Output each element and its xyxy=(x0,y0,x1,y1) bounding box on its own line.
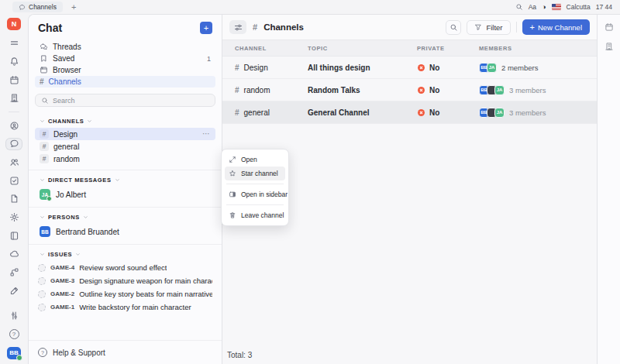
issues-section-header[interactable]: ISSUES xyxy=(35,248,215,261)
right-rail xyxy=(597,15,620,364)
avatar: JA xyxy=(494,108,505,118)
filter-label: Filter xyxy=(486,23,502,32)
new-tab-button[interactable]: + xyxy=(69,3,78,12)
section-label: CHANNELS xyxy=(48,118,84,125)
filter-button[interactable]: Filter xyxy=(467,20,510,35)
planner-button[interactable] xyxy=(6,74,22,86)
timezone-label[interactable]: Calcutta xyxy=(567,3,591,11)
pencil-icon xyxy=(9,286,19,296)
issue-item[interactable]: GAME-3 Design signature weapon for main … xyxy=(35,274,215,287)
column-header-channel[interactable]: CHANNEL xyxy=(235,45,308,52)
topic-cell: Random Talks xyxy=(308,86,417,94)
clock-label: 17 44 xyxy=(596,3,612,11)
settings-button[interactable] xyxy=(6,310,22,321)
issue-item[interactable]: GAME-1 Write backstory for main characte… xyxy=(35,300,215,314)
dm-item-jo-albert[interactable]: JA Jo Albert xyxy=(35,187,215,202)
chevron-down-icon xyxy=(75,252,81,257)
sidebar-item-channels[interactable]: # Channels xyxy=(35,76,215,88)
dm-section-header[interactable]: DIRECT MESSAGES xyxy=(35,173,215,187)
members-count: 2 members xyxy=(501,64,539,72)
sidebar-item-saved[interactable]: Saved 1 xyxy=(35,53,215,64)
wiki-button[interactable] xyxy=(6,230,22,242)
column-header-members[interactable]: MEMBERS xyxy=(479,45,597,52)
menu-divider xyxy=(226,184,284,184)
theme-button[interactable] xyxy=(6,211,22,223)
table-row-random[interactable]: #random Random Talks No BB JA 3 members xyxy=(222,79,597,101)
process-button[interactable] xyxy=(6,266,22,278)
workspace-tab[interactable]: Channels xyxy=(12,2,63,12)
channel-item-random[interactable]: # random xyxy=(35,153,215,165)
sidebar-item-browser[interactable]: Browser xyxy=(35,64,215,76)
office-icon[interactable] xyxy=(604,42,614,51)
theme-toggle-icon[interactable]: ◑ xyxy=(542,3,546,11)
hash-icon: # xyxy=(40,77,44,86)
channel-name: random xyxy=(53,155,80,163)
new-channel-label: New Channel xyxy=(538,23,582,32)
notifications-button[interactable] xyxy=(6,56,22,67)
main-menu-button[interactable] xyxy=(6,37,22,49)
search-icon xyxy=(450,23,458,32)
column-header-private[interactable]: PRIVATE xyxy=(417,45,479,52)
sidebar-search[interactable] xyxy=(35,94,215,107)
channel-item-design[interactable]: # Design ⋯ xyxy=(35,128,215,140)
persons-section-header[interactable]: PERSONS xyxy=(35,211,215,224)
table-search-button[interactable] xyxy=(446,20,461,35)
issues-section: ISSUES GAME-4 Review sword sound effect … xyxy=(29,244,222,318)
user-avatar[interactable]: BB xyxy=(7,347,21,359)
new-channel-button[interactable]: + New Channel xyxy=(522,19,590,35)
issue-status-icon xyxy=(38,304,46,311)
calendar-icon[interactable] xyxy=(604,22,614,32)
help-support-button[interactable]: ? Help & Support xyxy=(29,340,222,364)
help-button[interactable]: ? xyxy=(6,328,22,340)
new-chat-button[interactable]: + xyxy=(200,22,212,34)
issue-title: Design signature weapon for main charact… xyxy=(79,276,212,285)
workspace-logo[interactable]: N xyxy=(7,18,21,30)
question-icon: ? xyxy=(9,329,19,339)
font-size-control[interactable]: Aa xyxy=(529,3,536,11)
chat-sidebar: Chat + Threads Saved 1 Browser # xyxy=(29,15,222,364)
private-cell: No xyxy=(429,108,439,117)
chat-button[interactable] xyxy=(6,139,22,150)
person-item-bertrand[interactable]: BB Bertrand Bruandet xyxy=(35,224,215,239)
chevron-down-icon xyxy=(40,118,45,124)
notebook-icon xyxy=(9,231,19,241)
issue-item[interactable]: GAME-4 Review sword sound effect xyxy=(35,261,215,274)
menu-item-open-in-sidebar[interactable]: Open in sidebar xyxy=(225,187,285,201)
office-button[interactable] xyxy=(6,92,22,104)
column-header-topic[interactable]: TOPIC xyxy=(308,45,417,52)
menu-item-open[interactable]: Open xyxy=(225,153,285,167)
global-search-icon[interactable] xyxy=(515,3,523,11)
channels-section-header[interactable]: CHANNELS xyxy=(35,115,215,128)
tracker-button[interactable] xyxy=(6,175,22,187)
channel-cell: general xyxy=(244,108,270,117)
documents-button[interactable] xyxy=(6,194,22,205)
page-title: Channels xyxy=(264,22,304,32)
expand-icon xyxy=(229,156,236,163)
search-input[interactable] xyxy=(53,97,209,105)
calendar-icon xyxy=(9,75,19,85)
drive-button[interactable] xyxy=(6,248,22,259)
menu-item-star-channel[interactable]: Star channel xyxy=(225,167,285,180)
issue-item[interactable]: GAME-2 Outline key story beats for main … xyxy=(35,287,215,300)
hash-icon: # xyxy=(40,142,49,151)
contacts-button[interactable] xyxy=(6,120,22,132)
members-count: 3 members xyxy=(509,108,546,117)
channel-cell: Design xyxy=(244,64,268,72)
chat-bubble-icon xyxy=(19,4,26,11)
funnel-icon xyxy=(474,23,482,31)
hash-icon: # xyxy=(235,108,239,117)
menu-item-leave-channel[interactable]: Leave channel xyxy=(225,208,285,222)
issue-title: Write backstory for main character xyxy=(79,303,191,311)
channel-item-general[interactable]: # general xyxy=(35,140,215,153)
hr-button[interactable] xyxy=(6,156,22,168)
compose-button[interactable] xyxy=(6,285,22,297)
saved-count-badge: 1 xyxy=(207,55,211,63)
sidebar-item-threads[interactable]: Threads xyxy=(35,41,215,53)
bookmark-icon xyxy=(40,54,48,63)
display-options-button[interactable] xyxy=(229,20,246,34)
threads-icon xyxy=(40,43,48,51)
nav-label: Channels xyxy=(49,77,81,86)
table-row-general[interactable]: #general General Channel No BB JA 3 memb… xyxy=(222,101,597,124)
language-flag-icon[interactable] xyxy=(552,4,561,10)
table-row-design[interactable]: #Design All things design No BB JA 2 mem… xyxy=(222,57,597,79)
